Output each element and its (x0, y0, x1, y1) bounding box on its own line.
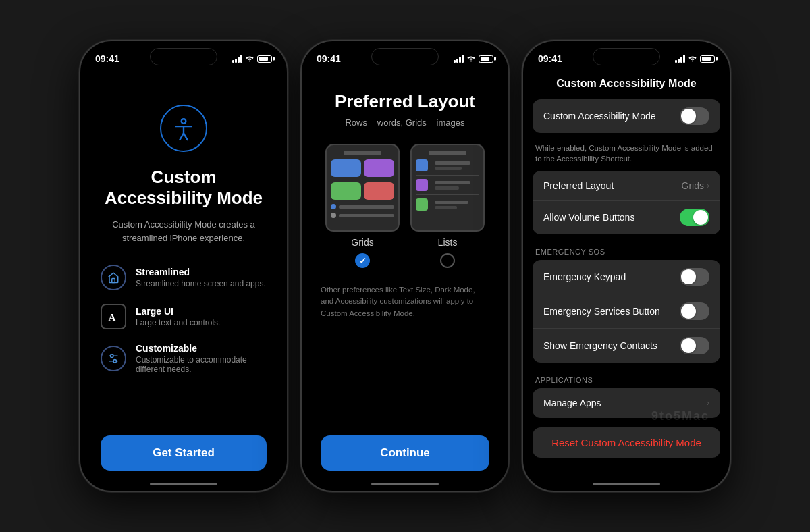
phone2-content: Preferred Layout Rows = words, Grids = i… (302, 71, 508, 491)
svg-point-10 (113, 360, 117, 363)
phone1-subtitle: Custom Accessibility Mode creates a stre… (101, 218, 267, 244)
settings-group-emergency: Emergency Keypad Emergency Services Butt… (533, 260, 720, 363)
services-btn-toggle[interactable] (680, 302, 709, 320)
svg-point-8 (111, 354, 114, 358)
dynamic-island-3 (593, 48, 660, 65)
feature-title-customizable: Customizable (136, 343, 267, 354)
phones-container: 09:41 (79, 40, 731, 492)
keypad-label: Emergency Keypad (543, 271, 626, 282)
settings-row-layout[interactable]: Preferred Layout Grids › (533, 171, 720, 201)
status-time-1: 09:41 (95, 53, 119, 64)
wifi-icon-1 (245, 54, 254, 63)
feature-text-large-ui: Large UI Large text and controls. (136, 306, 220, 327)
contacts-toggle[interactable] (680, 337, 709, 354)
status-icons-2 (454, 54, 493, 63)
custom-mode-toggle-knob (681, 109, 696, 124)
layout-options: Grids (325, 144, 485, 268)
phone1-title: Custom Accessibility Mode (101, 167, 267, 209)
status-time-3: 09:41 (538, 53, 562, 64)
phone2-subtitle: Rows = words, Grids = images (345, 117, 464, 128)
volume-label: Allow Volume Buttons (543, 212, 634, 223)
services-btn-toggle-knob (681, 304, 696, 319)
phone2: 09:41 Preferred Layout (300, 40, 510, 492)
home-indicator-3 (593, 483, 660, 485)
layout-option-lists[interactable]: Lists (410, 144, 485, 268)
settings-group-apps: Manage Apps › (533, 388, 720, 418)
status-icons-1 (232, 54, 272, 63)
contacts-label: Show Emergency Contacts (543, 340, 657, 351)
grids-radio[interactable] (355, 253, 370, 268)
feature-desc-customizable: Customizable to accommodate different ne… (136, 355, 267, 374)
dynamic-island-2 (371, 48, 439, 65)
volume-toggle-knob (693, 210, 708, 225)
grids-mockup (325, 144, 400, 232)
svg-line-3 (180, 134, 184, 140)
feature-list: Streamlined Streamlined home screen and … (101, 265, 267, 388)
keypad-toggle-knob (681, 269, 696, 284)
feature-text-customizable: Customizable Customizable to accommodate… (136, 343, 267, 374)
wifi-icon-2 (466, 54, 476, 63)
settings-group-main: Custom Accessibility Mode (533, 99, 720, 133)
settings-row-volume: Allow Volume Buttons (533, 201, 720, 234)
feature-text-streamlined: Streamlined Streamlined home screen and … (136, 267, 266, 288)
custom-mode-description: While enabled, Custom Accessibility Mode… (523, 140, 730, 171)
phone1: 09:41 (79, 40, 288, 492)
settings-row-custom-mode: Custom Accessibility Mode (533, 99, 720, 133)
settings-row-manage-apps[interactable]: Manage Apps › (533, 388, 720, 418)
accessibility-icon (160, 105, 207, 152)
feature-item-customizable: Customizable Customizable to accommodate… (101, 343, 267, 374)
signal-icon-1 (232, 55, 242, 63)
settings-row-contacts: Show Emergency Contacts (533, 329, 720, 363)
battery-icon-2 (479, 55, 493, 63)
text-icon-wrap: A (101, 304, 126, 329)
layout-value: Grids › (682, 180, 709, 191)
wifi-icon-3 (688, 54, 697, 63)
svg-line-4 (184, 134, 188, 140)
lists-mockup (410, 144, 485, 232)
home-indicator-1 (150, 483, 217, 485)
battery-icon-3 (700, 55, 715, 63)
layout-label: Preferred Layout (543, 180, 614, 191)
emergency-sos-header: EMERGENCY SOS (523, 241, 730, 260)
get-started-button[interactable]: Get Started (101, 435, 267, 471)
custom-mode-toggle[interactable] (680, 107, 709, 125)
manage-apps-chevron-icon: › (707, 398, 709, 408)
phone1-content: Custom Accessibility Mode Custom Accessi… (80, 71, 287, 491)
layout-chevron-icon: › (707, 181, 709, 190)
contacts-toggle-knob (681, 338, 696, 353)
keypad-toggle[interactable] (680, 268, 709, 286)
home-icon-wrap (101, 265, 126, 290)
status-icons-3 (675, 54, 715, 63)
battery-icon-1 (257, 55, 272, 63)
settings-row-keypad: Emergency Keypad (533, 260, 720, 294)
settings-row-services-btn: Emergency Services Button (533, 294, 720, 329)
signal-icon-3 (675, 55, 685, 63)
feature-desc-streamlined: Streamlined home screen and apps. (136, 279, 266, 288)
applications-header: APPLICATIONS (523, 369, 730, 388)
status-time-2: 09:41 (317, 53, 341, 64)
home-indicator-2 (371, 483, 439, 485)
feature-item-streamlined: Streamlined Streamlined home screen and … (101, 265, 267, 290)
signal-icon-2 (454, 55, 464, 63)
feature-title-streamlined: Streamlined (136, 267, 266, 277)
lists-radio[interactable] (440, 253, 455, 268)
svg-point-0 (182, 119, 186, 124)
manage-apps-label: Manage Apps (543, 398, 601, 408)
svg-rect-5 (112, 279, 115, 283)
custom-mode-label: Custom Accessibility Mode (543, 111, 656, 122)
phone2-title: Preferred Layout (335, 91, 475, 112)
feature-item-large-ui: A Large UI Large text and controls. (101, 304, 267, 329)
feature-desc-large-ui: Large text and controls. (136, 318, 220, 327)
layout-option-grids[interactable]: Grids (325, 144, 400, 268)
phone3: 09:41 Custom Accessibility (522, 40, 731, 492)
continue-button[interactable]: Continue (321, 435, 489, 471)
phone2-note: Other preferences like Text Size, Dark M… (321, 284, 489, 319)
reset-button[interactable]: Reset Custom Accessibility Mode (533, 427, 720, 458)
grids-label: Grids (351, 237, 373, 248)
sliders-icon-wrap (101, 346, 126, 371)
settings-page-title: Custom Accessibility Mode (523, 71, 730, 99)
volume-toggle[interactable] (680, 209, 709, 226)
layout-value-text: Grids (682, 180, 704, 191)
dynamic-island-1 (150, 48, 217, 65)
lists-label: Lists (438, 237, 458, 248)
